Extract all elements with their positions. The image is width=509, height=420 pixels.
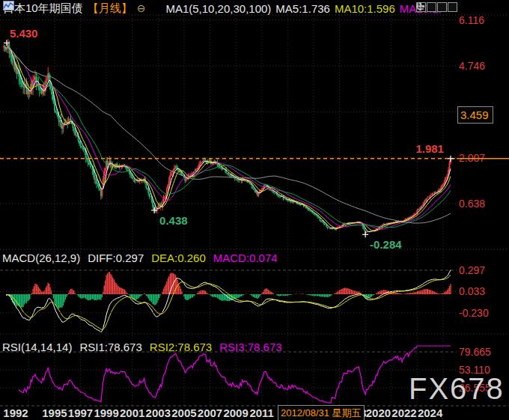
macd-dea-value: DEA:0.260 <box>151 252 206 264</box>
time-axis-label: 2007 <box>198 407 222 419</box>
rsi-axis-label: 79.665 <box>459 346 491 358</box>
fx678-watermark: FX678 <box>409 372 505 406</box>
time-axis-label: 1992 <box>3 407 28 419</box>
macd-axis-label: 0.033 <box>459 285 485 297</box>
time-axis-label: 2024 <box>418 407 443 419</box>
price-marker-label: 1.981 <box>415 142 444 155</box>
axis-scale-up-button[interactable] <box>427 2 436 12</box>
price-axis-label: 4.746 <box>459 60 485 72</box>
time-axis-label: 2020 <box>366 407 391 419</box>
chart-type-icon[interactable] <box>150 4 161 13</box>
rsi-label-row: RSI(14,14,14) RSI1:78.673 RSI2:78.673 RS… <box>2 341 282 353</box>
line-chart-glyph <box>3 1 14 10</box>
price-marker-label: 0.438 <box>159 214 188 227</box>
time-axis-label: 2003 <box>146 407 171 419</box>
crosshair-price-readout: 3.459 <box>457 106 493 124</box>
time-axis-label: 1999 <box>94 407 118 419</box>
ma5-value: MA5:1.736 <box>275 2 330 15</box>
chart-window: 6.1164.7463.3772.0070.6385.4300.438-0.28… <box>0 0 509 420</box>
price-marker-label: 5.430 <box>10 27 38 40</box>
rsi-params-label: RSI(14,14,14) <box>2 341 72 353</box>
chart-plot-area[interactable]: 6.1164.7463.3772.0070.6385.4300.438-0.28… <box>0 0 509 420</box>
chart-toolbar <box>416 2 457 12</box>
macd-diff-value: DIFF:0.297 <box>88 252 144 264</box>
price-axis-label: 6.116 <box>459 14 484 26</box>
rsi2-value: RSI2:78.673 <box>150 341 212 353</box>
time-axis-label: 1995 <box>42 407 67 419</box>
time-axis-label: 2001 <box>120 407 144 419</box>
macd-params-label: MACD(26,12,9) <box>2 252 80 264</box>
crosshair-date-readout: 2012/08/31 星期五 <box>278 405 365 420</box>
price-marker-label: -0.284 <box>370 238 402 251</box>
rsi1-value: RSI1:78.673 <box>79 341 141 353</box>
time-axis-label: 2005 <box>171 407 196 419</box>
axis-scale-right-button[interactable] <box>437 2 447 12</box>
macd-axis-label: -0.230 <box>459 307 489 319</box>
macd-axis-label: 0.297 <box>459 264 485 276</box>
ma-settings-label: MA1(5,10,20,30,100) <box>165 2 271 15</box>
time-axis-label: 2009 <box>223 407 248 419</box>
macd-label-row: MACD(26,12,9) DIFF:0.297 DEA:0.260 MACD:… <box>2 252 278 264</box>
price-axis-label: 0.638 <box>459 198 485 210</box>
price-axis-label: 2.007 <box>459 152 485 164</box>
rsi3-value: RSI3:78.673 <box>219 341 281 353</box>
time-axis-label: 2011 <box>249 407 274 419</box>
macd-macd-value: MACD:0.074 <box>213 252 278 264</box>
time-axis-label: 1997 <box>68 407 93 419</box>
chart-header: 日本10年期国债 【月线】 ⊖ MA1(5,10,20,30,100) MA5:… <box>3 1 442 16</box>
time-axis-label: 2022 <box>391 407 416 419</box>
collapse-icon[interactable]: ⊖ <box>137 3 146 13</box>
period-label[interactable]: 【月线】 <box>88 1 132 16</box>
pan-right-button[interactable] <box>448 2 457 12</box>
instrument-title: 日本10年期国债 <box>3 1 83 16</box>
ma10-value: MA10:1.596 <box>335 2 395 15</box>
pan-right-icon <box>416 2 424 10</box>
